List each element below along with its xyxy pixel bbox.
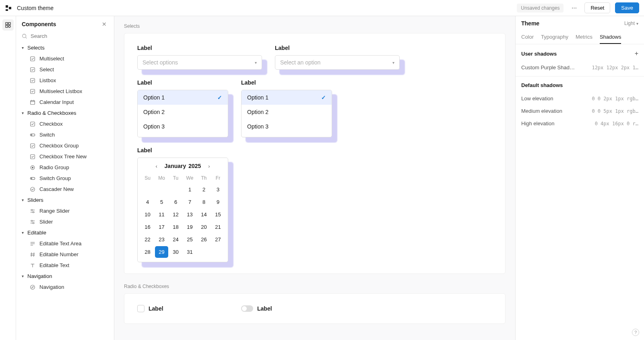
tree-group[interactable]: ▾Editable <box>16 227 114 238</box>
add-shadow-button[interactable]: + <box>635 50 638 57</box>
tree-item[interactable]: Multiselect Listbox <box>16 86 114 97</box>
calendar-day[interactable]: 7 <box>183 196 196 208</box>
calendar-day[interactable]: 28 <box>141 246 154 258</box>
tree-item-label: Calendar Input <box>39 99 74 105</box>
calendar-day[interactable]: 1 <box>183 184 196 195</box>
calendar-day[interactable]: 16 <box>141 221 154 233</box>
calendar-day[interactable]: 8 <box>197 196 211 208</box>
calendar-day[interactable]: 5 <box>155 196 168 208</box>
calendar-day[interactable]: 15 <box>211 209 225 220</box>
close-sidebar-button[interactable]: ✕ <box>100 20 108 28</box>
tree-item[interactable]: Calendar Input <box>16 97 114 108</box>
option-label: Option 1 <box>143 94 165 101</box>
calendar-day[interactable]: 24 <box>169 234 182 245</box>
shadow-row[interactable]: Medium elevation0 0 5px 1px rgb… <box>516 105 644 117</box>
calendar-day[interactable]: 13 <box>183 209 196 220</box>
calendar-prev-button[interactable]: ‹ <box>153 163 161 169</box>
multiselect-listbox[interactable]: Option 1✓Option 2Option 3 <box>241 90 332 137</box>
calendar-next-button[interactable]: › <box>205 163 213 169</box>
search-box[interactable] <box>22 33 108 39</box>
tree-item[interactable]: Checkbox Tree New <box>16 151 114 162</box>
tab-metrics[interactable]: Metrics <box>576 31 592 44</box>
calendar-day[interactable]: 27 <box>211 234 225 245</box>
tree-item[interactable]: Editable Text <box>16 260 114 271</box>
tab-typography[interactable]: Typography <box>541 31 568 44</box>
tree-item[interactable]: Editable Number <box>16 249 114 260</box>
listbox-option[interactable]: Option 2 <box>138 105 228 119</box>
section-heading: Selects <box>124 23 506 29</box>
checkbox-input[interactable] <box>137 305 144 312</box>
calendar-day[interactable]: 2 <box>197 184 211 195</box>
tree-item-label: Range Slider <box>39 208 70 214</box>
calendar-day[interactable]: 25 <box>183 234 196 245</box>
tree-item[interactable]: Checkbox <box>16 118 114 129</box>
calendar-day[interactable]: 26 <box>197 234 211 245</box>
shadow-row[interactable]: High elevation0 4px 16px 0 r… <box>516 117 644 130</box>
calendar-day[interactable]: 18 <box>169 221 182 233</box>
tree-item[interactable]: Navigation <box>16 282 114 292</box>
calendar-empty <box>141 184 154 195</box>
calendar-day[interactable]: 23 <box>155 234 168 245</box>
calendar-day[interactable]: 30 <box>169 246 182 258</box>
tree-item[interactable]: Cascader New <box>16 184 114 195</box>
listbox-option[interactable]: Option 3 <box>138 119 228 134</box>
tree-item-label: Slider <box>39 219 53 225</box>
tree-item[interactable]: Switch <box>16 129 114 140</box>
listbox-option[interactable]: Option 3 <box>242 119 332 134</box>
shadow-row[interactable]: Custom Purple Shad…12px 12px 2px 1… <box>516 61 644 74</box>
listbox[interactable]: Option 1✓Option 2Option 3 <box>137 90 228 137</box>
question-icon: ? <box>634 330 637 335</box>
calendar-day[interactable]: 29 <box>155 246 168 258</box>
switch-input[interactable] <box>241 305 253 312</box>
field-label: Label <box>241 79 332 86</box>
tree-item[interactable]: Editable Text Area <box>16 238 114 249</box>
text-area-icon <box>30 241 35 247</box>
calendar-day[interactable]: 3 <box>211 184 225 195</box>
tab-color[interactable]: Color <box>521 31 534 44</box>
calendar-day[interactable]: 17 <box>155 221 168 233</box>
tree-item[interactable]: Switch Group <box>16 173 114 184</box>
tree-group[interactable]: ▾Selects <box>16 42 114 53</box>
save-button[interactable]: Save <box>615 2 639 13</box>
calendar-day[interactable]: 4 <box>141 196 154 208</box>
tree-item[interactable]: Select <box>16 64 114 75</box>
listbox-option[interactable]: Option 2 <box>242 105 332 119</box>
calendar-input: ‹ January2025 › SuMoTuWeThFr123456789101… <box>137 158 228 262</box>
tree-group[interactable]: ▾Radio & Checkboxes <box>16 108 114 118</box>
listbox-option[interactable]: Option 1✓ <box>138 90 228 105</box>
theme-title: Theme <box>521 20 624 27</box>
calendar-day[interactable]: 21 <box>211 221 225 233</box>
select-input[interactable]: Select an option ▾ <box>275 55 400 70</box>
search-input[interactable] <box>31 33 108 39</box>
calendar-day[interactable]: 14 <box>197 209 211 220</box>
calendar-day[interactable]: 12 <box>169 209 182 220</box>
tree-group[interactable]: ▾Navigation <box>16 271 114 282</box>
tree-item[interactable]: Radio Group <box>16 162 114 173</box>
calendar-day[interactable]: 11 <box>155 209 168 220</box>
theme-mode-select[interactable]: Light ▾ <box>624 21 638 26</box>
multiselect-input[interactable]: Select options ▾ <box>137 55 262 70</box>
tree-item[interactable]: Checkbox Group <box>16 140 114 151</box>
tree-item[interactable]: Listbox <box>16 75 114 86</box>
calendar-day[interactable]: 19 <box>183 221 196 233</box>
calendar-day[interactable]: 20 <box>197 221 211 233</box>
tree-item[interactable]: Slider <box>16 216 114 227</box>
calendar-day[interactable]: 10 <box>141 209 154 220</box>
tree-item[interactable]: Range Slider <box>16 205 114 216</box>
shadow-row[interactable]: Low elevation0 0 2px 1px rgb… <box>516 92 644 105</box>
listbox-option[interactable]: Option 1✓ <box>242 90 332 105</box>
calendar-day[interactable]: 9 <box>211 196 225 208</box>
tab-shadows[interactable]: Shadows <box>600 31 621 44</box>
components-rail-button[interactable] <box>2 19 14 31</box>
shadow-value: 0 4px 16px 0 r… <box>595 121 638 126</box>
calendar-day[interactable]: 22 <box>141 234 154 245</box>
reset-button[interactable]: Reset <box>584 2 610 13</box>
calendar-day[interactable]: 6 <box>169 196 182 208</box>
check-square-icon <box>30 89 35 94</box>
more-button[interactable]: ⋯ <box>568 2 580 14</box>
tree-group[interactable]: ▾Sliders <box>16 195 114 205</box>
tree-item[interactable]: Multiselect <box>16 53 114 64</box>
help-button[interactable]: ? <box>632 329 639 336</box>
shadow-name: Custom Purple Shad… <box>521 64 585 70</box>
calendar-day[interactable]: 31 <box>183 246 196 258</box>
